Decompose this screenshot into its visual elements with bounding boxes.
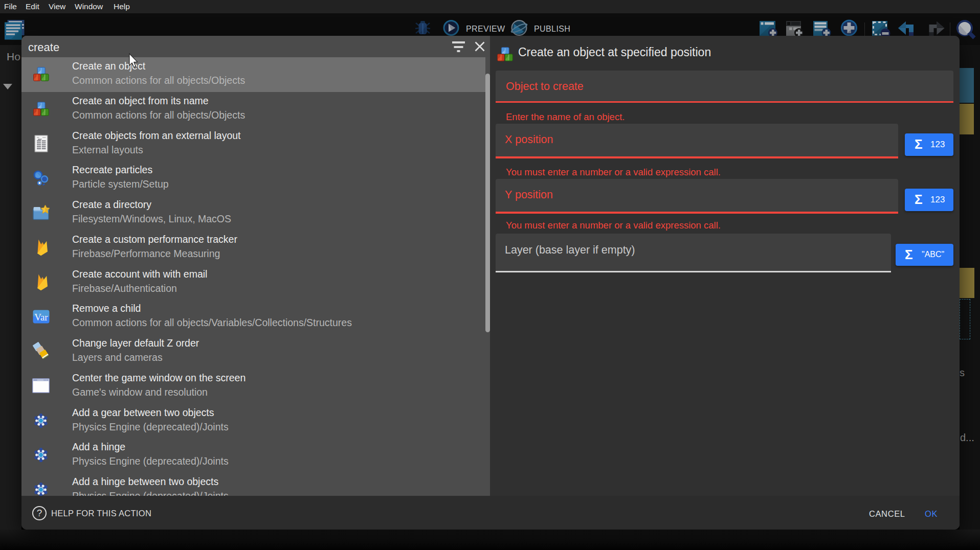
svg-text:Var: Var [34, 311, 48, 322]
